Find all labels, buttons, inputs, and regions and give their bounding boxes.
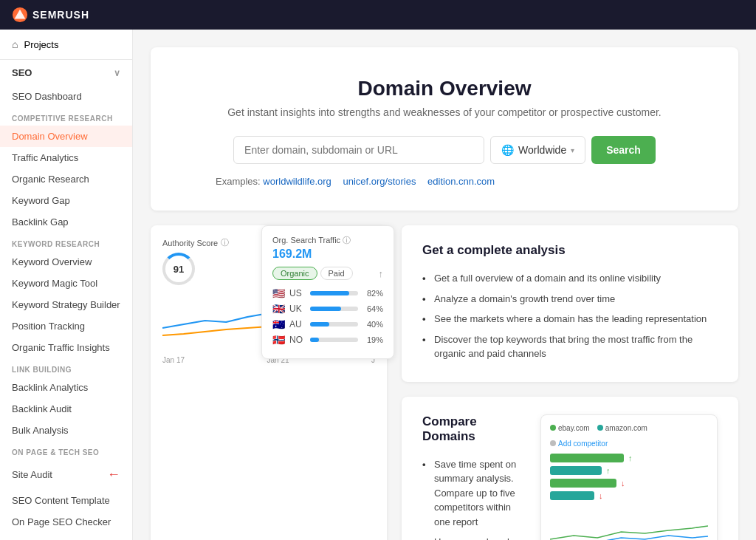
chart-panel: Authority Score ⓘ 91 Jan 17 Jan 21	[151, 225, 387, 540]
compare-sparkline	[550, 510, 708, 541]
progress-bar-fill	[310, 322, 329, 327]
org-traffic-label: Org. Search Traffic ⓘ	[272, 235, 383, 246]
sidebar-item-keyword-magic-tool[interactable]: Keyword Magic Tool	[0, 273, 132, 294]
sidebar-item-traffic-analytics[interactable]: Traffic Analytics	[0, 147, 132, 168]
sidebar-item-bulk-analysis[interactable]: Bulk Analysis	[0, 420, 132, 441]
country-pct: 64%	[362, 304, 383, 313]
sidebar-item-seo-content-template[interactable]: SEO Content Template	[0, 490, 132, 511]
country-row: 🇳🇴 NO 19%	[272, 334, 383, 346]
keyword-research-category: KEYWORD RESEARCH	[0, 233, 132, 251]
analysis-panel: Get a complete analysis Get a full overv…	[402, 225, 738, 540]
country-pct: 82%	[362, 289, 383, 298]
search-button[interactable]: Search	[591, 136, 656, 164]
logo-text: SEMRUSH	[32, 9, 89, 21]
sidebar-item-backlink-gap[interactable]: Backlink Gap	[0, 211, 132, 233]
chevron-down-icon: ∨	[114, 68, 120, 78]
get-complete-bullets: Get a full overview of a domain and its …	[422, 268, 718, 364]
progress-bar-fill	[310, 291, 349, 295]
sidebar-item-backlink-audit[interactable]: Backlink Audit	[0, 398, 132, 420]
sidebar-item-keyword-overview[interactable]: Keyword Overview	[0, 251, 132, 273]
bullet-item: Discover the top keywords that bring the…	[422, 329, 718, 364]
semrush-logo-icon	[12, 7, 28, 23]
flag-icon: 🇳🇴	[272, 334, 285, 346]
sidebar-item-on-page-seo-checker[interactable]: On Page SEO Checker	[0, 511, 132, 533]
example-link-1[interactable]: worldwildlife.org	[263, 176, 331, 187]
sidebar-item-seo[interactable]: SEO ∨	[0, 60, 132, 86]
search-panel: Domain Overview Get instant insights int…	[151, 47, 738, 211]
country-row: 🇦🇺 AU 40%	[272, 318, 383, 330]
arrow-right-icon: ←	[107, 467, 120, 482]
bar-row-2: ↑	[550, 466, 708, 475]
compare-bullets: Save time spent on summary analysis. Com…	[422, 454, 526, 541]
compare-legend: ebay.comamazon.comAdd competitor	[550, 424, 708, 448]
get-complete-title: Get a complete analysis	[422, 243, 718, 258]
progress-bar-bg	[310, 338, 358, 342]
compare-domains-panel: Compare Domains Save time spent on summa…	[402, 397, 738, 541]
competitive-research-category: COMPETITIVE RESEARCH	[0, 107, 132, 126]
info-icon-org[interactable]: ⓘ	[343, 236, 351, 245]
link-building-category: LINK BUILDING	[0, 358, 132, 377]
sidebar-item-organic-research[interactable]: Organic Research	[0, 168, 132, 190]
legend-item: amazon.com	[597, 424, 647, 432]
arrow-up-icon: ↑	[628, 454, 633, 462]
info-icon[interactable]: ⓘ	[221, 237, 229, 248]
tab-organic[interactable]: Organic	[272, 267, 317, 280]
search-row: 🌐 Worldwide ▾ Search	[186, 136, 703, 164]
sidebar-item-domain-overview[interactable]: Domain Overview	[0, 126, 132, 147]
bullet-item: Save time spent on summary analysis. Com…	[422, 454, 526, 533]
sidebar-item-log-file-analyzer[interactable]: Log File Analyzer	[0, 533, 132, 540]
arrow-down-icon: ↓	[621, 479, 625, 488]
domain-search-input[interactable]	[233, 136, 484, 164]
sidebar-item-backlink-analytics[interactable]: Backlink Analytics	[0, 377, 132, 398]
compare-title: Compare Domains	[422, 414, 526, 444]
sidebar-item-keyword-gap[interactable]: Keyword Gap	[0, 190, 132, 211]
sidebar-item-seo-dashboard[interactable]: SEO Dashboard	[0, 86, 132, 107]
worldwide-label: Worldwide	[518, 144, 566, 156]
globe-icon: 🌐	[501, 144, 514, 156]
sidebar-item-position-tracking[interactable]: Position Tracking	[0, 315, 132, 337]
org-traffic-value: 169.2M	[272, 247, 383, 261]
worldwide-dropdown[interactable]: 🌐 Worldwide ▾	[490, 136, 585, 164]
arrow-down-icon-2: ↓	[599, 491, 603, 500]
on-page-category: ON PAGE & TECH SEO	[0, 441, 132, 459]
country-code: AU	[289, 319, 306, 329]
legend-item: ebay.com	[550, 424, 590, 432]
page-subtitle: Get instant insights into strengths and …	[186, 106, 703, 118]
country-pct: 40%	[362, 320, 383, 329]
page-title: Domain Overview	[186, 77, 703, 100]
main-content: Domain Overview Get instant insights int…	[133, 30, 756, 540]
example-link-3[interactable]: edition.cnn.com	[427, 176, 495, 187]
flag-icon: 🇦🇺	[272, 318, 285, 330]
country-pct: 19%	[362, 335, 383, 344]
upload-icon[interactable]: ↑	[379, 268, 384, 279]
progress-bar-fill	[310, 307, 341, 311]
country-row: 🇬🇧 UK 64%	[272, 303, 383, 315]
tab-paid[interactable]: Paid	[320, 267, 353, 280]
legend-item[interactable]: Add competitor	[550, 440, 608, 448]
country-row: 🇺🇸 US 82%	[272, 287, 383, 299]
semrush-logo[interactable]: SEMRUSH	[12, 7, 89, 23]
examples-prefix: Examples:	[216, 176, 261, 187]
bar-row-1: ↑	[550, 454, 708, 462]
organic-paid-tabs: Organic Paid ↑	[272, 267, 383, 280]
chevron-down-icon: ▾	[571, 146, 574, 154]
sidebar-item-organic-traffic-insights[interactable]: Organic Traffic Insights	[0, 337, 132, 358]
sidebar: ⌂ Projects SEO ∨ SEO Dashboard COMPETITI…	[0, 30, 133, 540]
get-complete-panel: Get a complete analysis Get a full overv…	[402, 225, 738, 382]
example-link-2[interactable]: unicef.org/stories	[343, 176, 416, 187]
bar-row-4: ↓	[550, 491, 708, 500]
top-navigation: SEMRUSH	[0, 0, 756, 30]
sidebar-item-site-audit[interactable]: Site Audit ←	[0, 459, 132, 490]
sidebar-item-keyword-strategy-builder[interactable]: Keyword Strategy Builder	[0, 294, 132, 315]
bar-row-3: ↓	[550, 479, 708, 488]
bullet-item: See the markets where a domain has the l…	[422, 309, 718, 329]
country-code: US	[289, 288, 306, 298]
compare-text: Compare Domains Save time spent on summa…	[422, 414, 526, 541]
flag-icon: 🇺🇸	[272, 287, 285, 299]
examples-row: Examples: worldwildlife.org unicef.org/s…	[186, 176, 703, 187]
progress-bar-bg	[310, 291, 358, 295]
arrow-up-icon-2: ↑	[606, 466, 611, 475]
home-icon: ⌂	[12, 38, 18, 50]
sidebar-item-projects[interactable]: ⌂ Projects	[0, 30, 132, 60]
bullet-item: Get a full overview of a domain and its …	[422, 268, 718, 289]
